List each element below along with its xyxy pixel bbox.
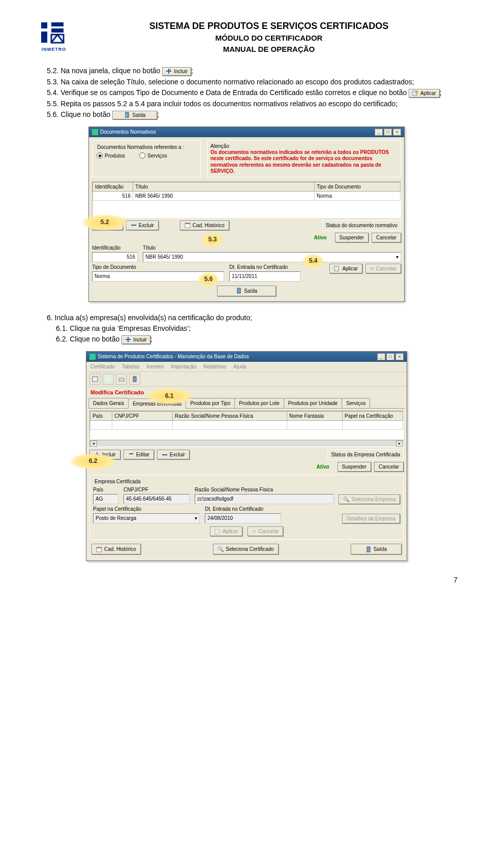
cancelar-button[interactable]: ✕ Cancelar xyxy=(365,264,401,273)
chevron-down-icon: ▾ xyxy=(195,515,197,522)
minus-icon xyxy=(162,452,168,458)
minimize-button[interactable]: _ xyxy=(377,353,385,360)
col-pais[interactable]: País xyxy=(90,412,112,421)
radio-produtos[interactable]: Produtos xyxy=(97,152,125,159)
menu-tabelas[interactable]: Tabelas xyxy=(122,363,139,370)
tab-dados-gerais[interactable]: Dados Gerais xyxy=(88,398,129,408)
col-razao[interactable]: Razão Social/Nome Pessoa Física xyxy=(173,412,287,421)
toolbar-icon-2[interactable] xyxy=(103,374,114,385)
plus-icon xyxy=(125,336,131,343)
seleciona-certificado-button[interactable]: 🔍Seleciona Certificado xyxy=(213,544,279,554)
select-titulo[interactable]: NBR 5645/ 1990▾ xyxy=(143,252,401,262)
saida-button[interactable]: Saída xyxy=(217,286,276,296)
empresas-table: País CNPJ/CPF Razão Social/Nome Pessoa F… xyxy=(90,411,403,430)
aplicar-button-inline[interactable]: Aplicar xyxy=(409,89,440,98)
tab-empresas-envolvidas[interactable]: Empresas Envolvidas xyxy=(128,398,186,409)
documents-table: Identificação Título Tipo de Documento 5… xyxy=(93,182,401,201)
cad-historico-button-2[interactable]: Cad. Histórico xyxy=(92,544,141,554)
svg-rect-9 xyxy=(185,223,190,224)
incluir-button-inline-2[interactable]: Incluir xyxy=(121,335,150,344)
plus-icon xyxy=(97,222,103,228)
toolbar-icon-1[interactable] xyxy=(89,374,101,385)
tab-servicos[interactable]: Serviços xyxy=(342,398,370,408)
status-cancelar-button[interactable]: Cancelar xyxy=(372,233,401,242)
svg-rect-19 xyxy=(97,547,102,548)
exit-icon xyxy=(236,288,242,294)
svg-rect-3 xyxy=(41,32,47,43)
input-identificacao[interactable]: 516 xyxy=(92,252,138,262)
close-button[interactable]: × xyxy=(395,353,404,360)
emp-incluir-button[interactable]: Incluir xyxy=(89,450,120,459)
emp-form-cancelar-button[interactable]: ✕ Cancelar xyxy=(248,526,283,536)
svg-rect-20 xyxy=(367,547,370,552)
detalhes-empresa-button[interactable]: Detalhes da Empresa xyxy=(342,514,400,523)
calendar-icon xyxy=(96,546,102,552)
menu-importacao[interactable]: Importação xyxy=(171,363,196,370)
col-nome-fantasia[interactable]: Nome Fantasia xyxy=(287,412,343,421)
label-data-entrada: Dt. Entrada no Certificado xyxy=(229,264,300,270)
menu-bar: Certificado Tabelas Inmetro Importação R… xyxy=(86,362,407,371)
input-data-entrada[interactable]: 11/11/2011 xyxy=(229,271,300,282)
svg-rect-17 xyxy=(215,530,219,534)
seleciona-empresa-button[interactable]: 🔍Seleciona Empresa xyxy=(339,494,400,504)
atencao-box: Atenção Os documentos normativos indicad… xyxy=(207,140,401,177)
emp-excluir-button[interactable]: Excluir xyxy=(157,450,190,459)
radio-servicos[interactable]: Serviços xyxy=(139,152,167,159)
emp-editar-button[interactable]: Editar xyxy=(124,450,154,459)
col-papel[interactable]: Papel na Certificação xyxy=(343,412,403,421)
horizontal-scrollbar[interactable]: ◂▸ xyxy=(89,440,404,447)
toolbar-icon-4[interactable] xyxy=(129,374,140,385)
menu-inmetro[interactable]: Inmetro xyxy=(146,363,164,370)
tab-produtos-unidade[interactable]: Produtos por Unidade xyxy=(284,398,342,408)
input-pais: AG xyxy=(93,494,118,504)
svg-rect-13 xyxy=(106,377,110,381)
maximize-button[interactable]: □ xyxy=(384,129,392,136)
step-5-3: 5.3. Na caixa de seleção Título, selecio… xyxy=(47,77,452,86)
header-titles: SISTEMA DE PRODUTOS E SERVIÇOS CERTIFICA… xyxy=(80,20,458,54)
menu-relatorios[interactable]: Relatórios xyxy=(203,363,226,370)
toolbar-icon-3[interactable] xyxy=(116,374,127,385)
table-row[interactable]: AG 45.645.645/6456-45 zc\zacsdfsdgsdf sf… xyxy=(90,421,403,430)
table-row[interactable]: 516 NBR 5645/ 1990 Norma xyxy=(93,191,401,200)
svg-rect-0 xyxy=(41,22,47,28)
saida-button-2[interactable]: Saída xyxy=(351,544,402,554)
excluir-button[interactable]: Excluir xyxy=(126,221,159,230)
maximize-button[interactable]: □ xyxy=(386,353,394,360)
label-pais: País xyxy=(93,486,118,493)
tab-produtos-lote[interactable]: Produtos por Lote xyxy=(234,398,284,408)
aplicar-button[interactable]: Aplicar xyxy=(329,264,362,273)
calendar-icon xyxy=(185,222,191,228)
emp-status-label: Status da Empresa Certificada xyxy=(331,451,400,458)
menu-certificado[interactable]: Certificado xyxy=(90,363,115,370)
input-tipo-documento[interactable]: Norma xyxy=(92,271,224,282)
emp-cancelar-button[interactable]: Cancelar xyxy=(374,462,404,472)
status-value: Ativo xyxy=(314,234,327,241)
tab-produtos-tipo[interactable]: Produtos por Tipo xyxy=(186,398,235,408)
emp-aplicar-button[interactable]: Aplicar xyxy=(210,526,243,536)
emp-status-value: Ativo xyxy=(317,463,329,470)
emp-suspender-button[interactable]: Suspender xyxy=(338,462,371,472)
incluir-button-inline[interactable]: Incluir xyxy=(162,67,191,76)
saida-button-inline[interactable]: Saída xyxy=(112,111,157,119)
incluir-button[interactable]: Incluir xyxy=(92,221,123,230)
col-titulo[interactable]: Título xyxy=(133,182,315,191)
logo-text: INMETRO xyxy=(42,47,67,53)
step-5-5: 5.5. Repita os passos 5.2 a 5.4 para inc… xyxy=(47,99,452,108)
col-tipo[interactable]: Tipo de Documento xyxy=(315,182,401,191)
close-button[interactable]: × xyxy=(393,129,401,136)
window-documentos-normativos: Documentos Normativos _□× Documentos Nor… xyxy=(88,127,405,302)
svg-rect-11 xyxy=(237,288,240,293)
minimize-button[interactable]: _ xyxy=(375,129,383,136)
edit-icon xyxy=(128,452,134,458)
menu-ajuda[interactable]: Ajuda xyxy=(233,363,247,370)
cad-historico-button[interactable]: Cad. Histórico xyxy=(180,221,229,230)
col-identificacao[interactable]: Identificação xyxy=(93,182,133,191)
exit-icon xyxy=(365,546,372,552)
col-cnpj[interactable]: CNPJ/CPF xyxy=(112,412,173,421)
step-5-2: 5.2. Na nova janela, clique no botão Inc… xyxy=(47,66,452,76)
suspender-button[interactable]: Suspender xyxy=(335,233,369,242)
window-title-text: Documentos Normativos xyxy=(100,129,156,135)
label-data-entrada-emp: Dt. Entrada no Certificado xyxy=(205,506,281,512)
step-6: 6. Inclua a(s) empresa(s) envolvida(s) n… xyxy=(47,313,452,322)
window-title-text-2: Sistema de Produtos Certificados - Manut… xyxy=(98,353,249,360)
